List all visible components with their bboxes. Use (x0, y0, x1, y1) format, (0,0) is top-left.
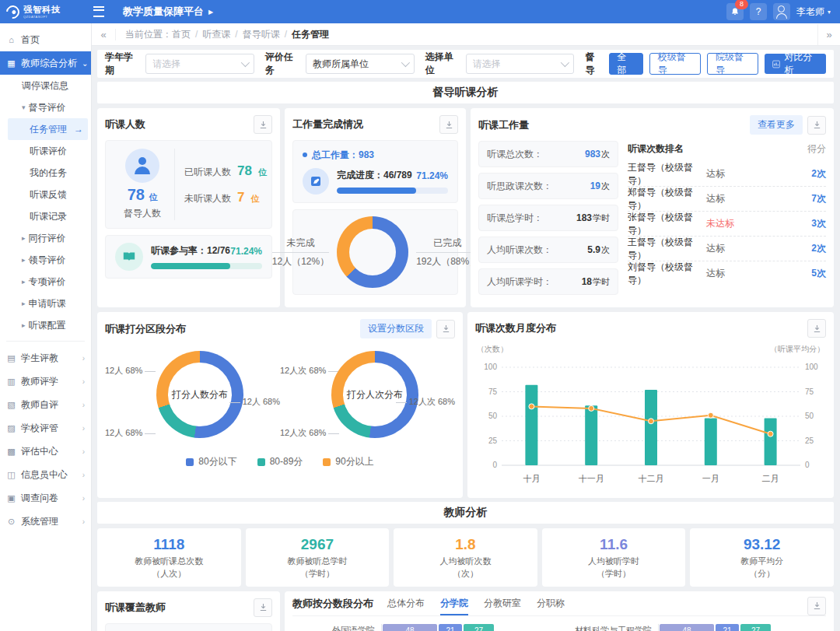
filter-bar: 学年学期 请选择 评价任务 教师所属单位 选择单位 请选择 督导 全部 校级督导… (97, 50, 834, 78)
sidebar-group-学生评教[interactable]: ▤学生评教› (0, 346, 91, 370)
sidebar-subtree: 调停课信息▾督导评价任务管理→听课评价我的任务听课反馈听课记录▸同行评价▸领导评… (0, 75, 91, 336)
sidebar-item-任务管理[interactable]: 任务管理→ (8, 118, 88, 140)
logo[interactable]: 强智科技 QZDATASOFT (0, 5, 92, 19)
sidebar-item-听课记录[interactable]: 听课记录 (5, 205, 91, 227)
segments-tabs: 总体分布分学院分教研室分职称 (387, 597, 565, 615)
semester-select[interactable]: 请选择 (145, 54, 254, 74)
sidebar-item-我的任务[interactable]: 我的任务 (5, 162, 91, 184)
segments-right-column: 材料科学与工程学院482127交通运输工程学院494077商学院287388商学… (569, 624, 826, 631)
compare-analysis-button[interactable]: 对比分析 (765, 54, 826, 74)
chevron-down-icon (241, 58, 250, 67)
workload-stat: 听课总学时：183学时 (478, 205, 618, 231)
breadcrumb-supervision[interactable]: 督导听课 (243, 29, 280, 40)
sidebar-item-home[interactable]: ⌂ 首页 (0, 28, 91, 51)
unit-select[interactable]: 请选择 (466, 54, 575, 74)
breadcrumb-bar: « 当前位置：首页/听查课/督导听课/任务管理 » (92, 23, 840, 46)
breadcrumb-home[interactable]: 首页 (172, 29, 191, 40)
score-value: 7次 (792, 192, 826, 205)
sidebar-item-同行评价[interactable]: ▸同行评价 (5, 227, 91, 249)
breadcrumb-listening[interactable]: 听查课 (202, 29, 230, 40)
bar-segment: 48 (383, 624, 437, 631)
notification-bell-button[interactable]: 8 (726, 3, 744, 20)
chevron-right-icon: › (82, 354, 85, 363)
menu-icon: ⊙ (6, 517, 16, 527)
card-coverage: 听课覆盖教师 718 位 授课教师人数 已覆盖人数518位 未覆盖 (97, 591, 280, 631)
compare-icon (772, 60, 780, 68)
download-button[interactable] (807, 597, 826, 615)
app-title[interactable]: 教学质量保障平台 ▶ (123, 5, 213, 19)
bar-segment: 27 (464, 624, 494, 631)
stat-label: 听课总学时： (487, 212, 543, 225)
sidebar-group-教师自评[interactable]: ▧教师自评› (0, 393, 91, 416)
sidebar-item-听课配置[interactable]: ▸听课配置 (5, 314, 91, 336)
user-name: 李老师 (796, 5, 824, 19)
score-value: 2次 (792, 242, 826, 255)
task-select[interactable]: 教师所属单位 (306, 54, 415, 74)
menu-toggle-icon[interactable] (93, 6, 104, 17)
chevron-right-icon: › (82, 401, 85, 409)
stat-label: 教师平均分（分） (695, 556, 829, 580)
download-button[interactable] (807, 116, 826, 135)
stat-unit: 学时 (593, 277, 610, 286)
tab-分教研室[interactable]: 分教研室 (484, 597, 521, 615)
sidebar-item-label: 申请听课 (29, 297, 66, 310)
sidebar-item-label: 听课记录 (30, 210, 67, 223)
supervisor-filter-school[interactable]: 校级督导 (649, 53, 701, 75)
user-menu[interactable]: 李老师 ▾ (796, 5, 831, 19)
right-axis-label: （听课平均分） (770, 344, 824, 355)
sidebar-group-teacher-analysis[interactable]: ▦ 教师综合分析 ⌄ (0, 51, 91, 75)
download-button[interactable] (436, 320, 455, 338)
sidebar-item-专项评价[interactable]: ▸专项评价 (5, 271, 91, 293)
status-badge: 达标 (706, 242, 792, 255)
sidebar-item-label: 评估中心 (21, 445, 58, 458)
sidebar-item-label: 教师自评 (21, 398, 58, 412)
stat-unit: 学时 (593, 213, 610, 223)
legend-item: 80分以下 (186, 455, 236, 468)
set-score-range-button[interactable]: 设置分数区段 (360, 319, 432, 338)
bar-segment: 27 (740, 624, 771, 631)
sidebar-group-信息员中心[interactable]: ◫信息员中心› (0, 463, 91, 486)
expand-panel-icon[interactable]: » (817, 24, 840, 45)
sidebar-group-学校评管[interactable]: ▨学校评管› (0, 416, 91, 440)
monthly-chart-svg: 00252550507575100100十月十一月十二月一月二月 (475, 356, 827, 489)
legend-label: 80分以下 (198, 455, 236, 468)
help-button[interactable]: ? (750, 3, 767, 20)
sidebar-group-系统管理[interactable]: ⊙系统管理› (0, 510, 91, 533)
sidebar-item-听课反馈[interactable]: 听课反馈 (5, 184, 91, 205)
sidebar-group-教师评学[interactable]: ▥教师评学› (0, 370, 91, 393)
incomplete-label: 未完成 (272, 237, 329, 253)
download-button[interactable] (807, 319, 826, 338)
score-header: 得分 (807, 142, 826, 156)
svg-text:十二月: 十二月 (639, 474, 664, 483)
supervisor-filter-college[interactable]: 院级督导 (707, 53, 758, 75)
collapse-sidebar-icon[interactable]: « (92, 29, 116, 40)
download-button[interactable] (254, 598, 272, 617)
sidebar-item-申请听课[interactable]: ▸申请听课 (5, 293, 91, 314)
chevron-right-icon: › (82, 471, 85, 479)
bar-segment: 21 (439, 624, 462, 631)
monthly-bar-line-chart: 00252550507575100100十月十一月十二月一月二月 (475, 356, 826, 491)
svg-text:50: 50 (488, 412, 498, 420)
sidebar-item-督导评价[interactable]: ▾督导评价 (5, 96, 91, 118)
sidebar-item-听课评价[interactable]: 听课评价 (5, 140, 91, 162)
tab-总体分布[interactable]: 总体分布 (387, 597, 425, 615)
download-button[interactable] (254, 115, 272, 134)
college-label: 外国语学院 (292, 625, 381, 631)
download-button[interactable] (439, 115, 458, 134)
supervisor-filter-all[interactable]: 全部 (609, 53, 643, 75)
table-row: 刘督导（校级督导）达标5次 (628, 261, 826, 286)
sidebar-group-评估中心[interactable]: ▩评估中心› (0, 440, 91, 463)
profile-button[interactable] (773, 3, 790, 20)
tab-分职称[interactable]: 分职称 (537, 597, 565, 615)
workload-stat: 听思政课次数：19次 (478, 173, 618, 199)
teacher-stat-card: 1.8人均被听次数（次） (394, 528, 537, 587)
tab-分学院[interactable]: 分学院 (440, 597, 468, 615)
sidebar-group-调查问卷[interactable]: ▣调查问卷› (0, 486, 91, 510)
chevron-right-icon: › (82, 377, 85, 386)
view-more-button[interactable]: 查看更多 (750, 115, 803, 135)
sidebar-item-领导评价[interactable]: ▸领导评价 (5, 249, 91, 271)
sidebar-item-调停课信息[interactable]: 调停课信息 (5, 75, 91, 96)
score-value: 5次 (792, 267, 826, 280)
workload-stat: 听课总次数：983次 (478, 141, 618, 167)
score-legend: 80分以下80-89分90分以上 (105, 455, 455, 468)
